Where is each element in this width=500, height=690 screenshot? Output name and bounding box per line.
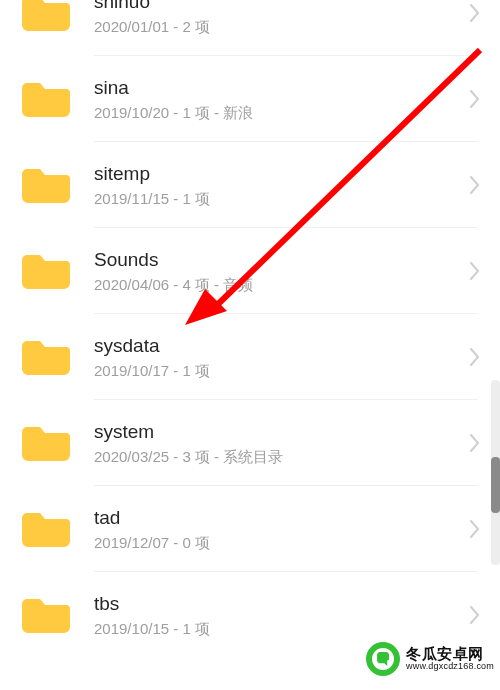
chevron-right-icon: [466, 434, 484, 452]
folder-icon: [22, 165, 70, 205]
watermark: 冬瓜安卓网 www.dgxcdz168.com: [366, 642, 494, 676]
folder-meta: 2019/11/15 - 1 项: [94, 190, 466, 208]
list-item[interactable]: sysdata 2019/10/17 - 1 项: [0, 314, 500, 400]
folder-icon: [22, 509, 70, 549]
folder-meta: 2020/03/25 - 3 项 - 系统目录: [94, 448, 466, 466]
list-item[interactable]: sina 2019/10/20 - 1 项 - 新浪: [0, 56, 500, 142]
folder-name: system: [94, 420, 466, 444]
folder-meta: 2019/10/20 - 1 项 - 新浪: [94, 104, 466, 122]
watermark-title: 冬瓜安卓网: [406, 646, 494, 662]
chevron-right-icon: [466, 262, 484, 280]
list-item[interactable]: system 2020/03/25 - 3 项 - 系统目录: [0, 400, 500, 486]
folder-name: shihuo: [94, 0, 466, 14]
chevron-right-icon: [466, 176, 484, 194]
chevron-right-icon: [466, 90, 484, 108]
list-item-sounds[interactable]: Sounds 2020/04/06 - 4 项 - 音频: [0, 228, 500, 314]
chevron-right-icon: [466, 520, 484, 538]
chevron-right-icon: [466, 606, 484, 624]
folder-name: sina: [94, 76, 466, 100]
chevron-right-icon: [466, 348, 484, 366]
folder-name: sysdata: [94, 334, 466, 358]
folder-meta: 2019/10/17 - 1 项: [94, 362, 466, 380]
folder-meta: 2019/10/15 - 1 项: [94, 620, 466, 638]
folder-meta: 2019/12/07 - 0 项: [94, 534, 466, 552]
watermark-url: www.dgxcdz168.com: [406, 662, 494, 671]
scrollbar-thumb[interactable]: [491, 457, 500, 513]
folder-icon: [22, 251, 70, 291]
chevron-right-icon: [466, 4, 484, 22]
list-item[interactable]: tad 2019/12/07 - 0 项: [0, 486, 500, 572]
folder-icon: [22, 79, 70, 119]
folder-name: sitemp: [94, 162, 466, 186]
watermark-icon: [366, 642, 400, 676]
folder-icon: [22, 595, 70, 635]
folder-name: tad: [94, 506, 466, 530]
folder-icon: [22, 423, 70, 463]
folder-name: Sounds: [94, 248, 466, 272]
folder-meta: 2020/04/06 - 4 项 - 音频: [94, 276, 466, 294]
list-item[interactable]: sitemp 2019/11/15 - 1 项: [0, 142, 500, 228]
folder-icon: [22, 337, 70, 377]
folder-name: tbs: [94, 592, 466, 616]
list-item[interactable]: shihuo 2020/01/01 - 2 项: [0, 0, 500, 56]
folder-list: 2019/11/15 - 1 项 shihuo 2020/01/01 - 2 项…: [0, 0, 500, 658]
folder-icon: [22, 0, 70, 33]
folder-meta: 2020/01/01 - 2 项: [94, 18, 466, 36]
